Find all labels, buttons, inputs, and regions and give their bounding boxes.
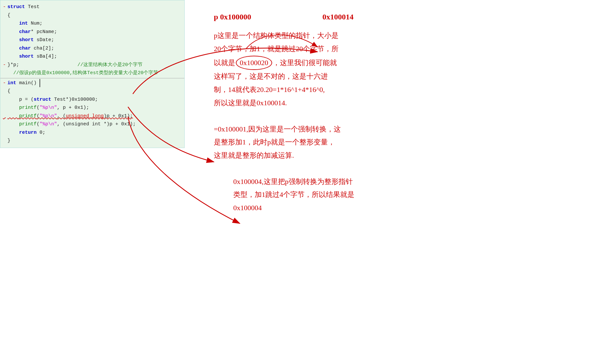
para2: =0x100001,因为这里是一个强制转换，这 是整形加1，此时p就是一个整形变… bbox=[214, 123, 599, 162]
para2-line1: =0x100001,因为这里是一个强制转换，这 bbox=[214, 125, 341, 133]
para1-line4: 这样写了，这是不对的，这是十六进 bbox=[214, 72, 328, 80]
addr-result-label: 0x100014 bbox=[322, 10, 353, 24]
code-line-2: { bbox=[0, 11, 184, 20]
code-line-6: char cha[2]; bbox=[0, 44, 184, 53]
para1-line5: 制，14就代表20.20=1*16^1+4*16^0, bbox=[214, 85, 325, 94]
code-line-14: printf("%p\n", (unsigned long)p + 0x1); bbox=[0, 112, 184, 120]
para1-line3: 以就是0x100020，这里我们很可能就 bbox=[214, 59, 337, 67]
para1-line6: 所以这里就是0x100014. bbox=[214, 99, 287, 107]
para1: p这里是一个结构体类型的指针，大小是 20个字节，加1，就是跳过20个字节，所 … bbox=[214, 29, 599, 109]
code-line-10: - int main() bbox=[0, 79, 184, 87]
code-line-16: return 0; bbox=[0, 129, 184, 137]
code-line-4: char* pcName; bbox=[0, 28, 184, 36]
code-line-17: } bbox=[0, 137, 184, 145]
para2-line3: 这里就是整形的加减运算. bbox=[214, 151, 294, 159]
para3-line2: 类型，加1跳过4个字节，所以结果就是 bbox=[233, 190, 354, 199]
addr-row: p 0x100000 0x100014 bbox=[214, 10, 599, 24]
para1-line2: 20个字节，加1，就是跳过20个字节，所 bbox=[214, 45, 339, 53]
separator-line bbox=[0, 78, 184, 78]
para3: 0x100004,这里把p强制转换为整形指针 类型，加1跳过4个字节，所以结果就… bbox=[233, 175, 599, 215]
code-line-1: - struct Test bbox=[0, 3, 184, 11]
code-line-13: printf("%p\n", p + 0x1); bbox=[0, 104, 184, 112]
para3-line1: 0x100004,这里把p强制转换为整形指针 bbox=[233, 177, 353, 186]
code-line-9: //假设p的值是0x100000,结构体Test类型的变量大小是20个字节 bbox=[0, 69, 184, 77]
code-line-8: - }*p; //这里结构体大小是20个字节 bbox=[0, 61, 184, 69]
code-line-12: p = (struct Test*)0x100000; bbox=[0, 96, 184, 104]
addr-p-label: p 0x100000 bbox=[214, 10, 251, 24]
code-line-15: printf("%p\n", (unsigned int *)p + 0x1); bbox=[0, 120, 184, 129]
code-line-5: short sDate; bbox=[0, 36, 184, 44]
oval-highlight: 0x100020 bbox=[236, 56, 272, 70]
code-line-3: int Num; bbox=[0, 19, 184, 28]
para1-line1: p这里是一个结构体类型的指针，大小是 bbox=[214, 31, 339, 40]
code-panel: - struct Test { int Num; char* pcName; s… bbox=[0, 0, 185, 148]
annotation-panel: p 0x100000 0x100014 p这里是一个结构体类型的指针，大小是 2… bbox=[194, 10, 599, 215]
code-line-11: { bbox=[0, 87, 184, 96]
code-line-7: short sBa[4]; bbox=[0, 52, 184, 61]
para2-line2: 是整形加1，此时p就是一个整形变量， bbox=[214, 138, 335, 146]
para3-line3: 0x100004 bbox=[233, 204, 262, 212]
